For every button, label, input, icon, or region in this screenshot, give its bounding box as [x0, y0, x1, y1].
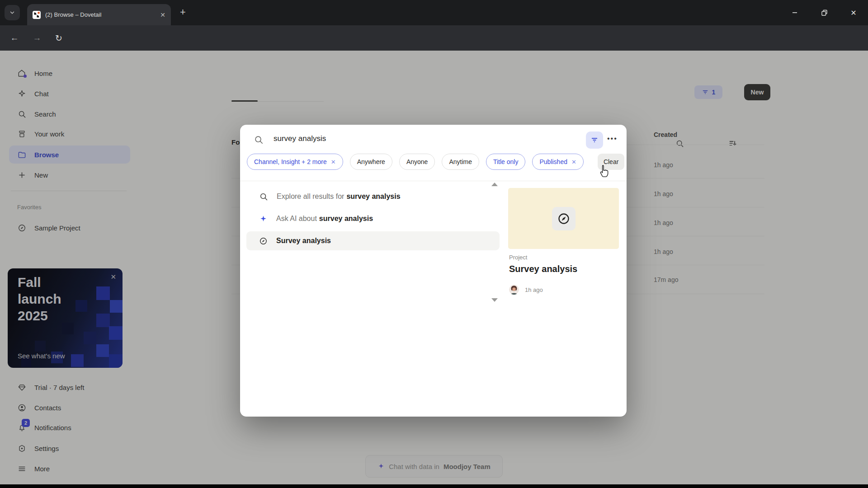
new-tab-button[interactable]: +: [180, 6, 186, 18]
filter-chip-row: Channel, Insight + 2 more✕ Anywhere Anyo…: [247, 154, 624, 170]
filter-icon: [590, 136, 599, 144]
remove-chip-icon[interactable]: ✕: [331, 159, 336, 165]
preview-meta-row: 1h ago: [509, 285, 543, 295]
chip-anytime[interactable]: Anytime: [442, 154, 479, 170]
mouse-cursor: [598, 164, 611, 179]
search-icon: [259, 192, 268, 201]
window-minimize-button[interactable]: [781, 0, 809, 25]
preview-title: Survey analysis: [509, 264, 577, 274]
modal-divider: [240, 181, 627, 181]
chip-published[interactable]: Published✕: [532, 154, 583, 170]
minimize-icon: [792, 9, 798, 16]
chip-anywhere[interactable]: Anywhere: [350, 154, 392, 170]
avatar: [509, 285, 519, 295]
screen: (2) Browse – Dovetail ✕ + ✕ ← → ↻ moodjo…: [0, 0, 868, 488]
compass-icon: [259, 237, 268, 245]
search-icon: [254, 135, 264, 145]
chip-anyone[interactable]: Anyone: [399, 154, 435, 170]
modal-filter-button[interactable]: [586, 131, 603, 149]
search-input[interactable]: survey analysis: [274, 134, 326, 143]
browser-tab[interactable]: (2) Browse – Dovetail ✕: [27, 4, 171, 25]
chip-title-only[interactable]: Title only: [486, 154, 526, 170]
search-modal: survey analysis ••• Channel, Insight + 2…: [240, 125, 627, 417]
back-button[interactable]: ←: [8, 32, 21, 44]
browser-toolbar: ← → ↻ moodjoy-team-2h2v.dovetail.com/bro…: [0, 25, 868, 51]
preview-icon-box: [552, 207, 576, 230]
forward-button[interactable]: →: [31, 32, 43, 44]
preview-kind-label: Project: [509, 254, 527, 261]
browser-titlebar: (2) Browse – Dovetail ✕ + ✕: [0, 0, 868, 25]
compass-icon: [557, 212, 570, 225]
modal-more-button[interactable]: •••: [607, 135, 618, 143]
tab-search-button[interactable]: [5, 5, 20, 20]
window-close-button[interactable]: ✕: [840, 0, 868, 25]
screen-bottom-edge: [0, 484, 868, 488]
remove-chip-icon[interactable]: ✕: [571, 159, 576, 165]
tab-close-icon[interactable]: ✕: [160, 11, 165, 19]
reload-button[interactable]: ↻: [52, 32, 65, 44]
chip-channel-insight[interactable]: Channel, Insight + 2 more✕: [247, 154, 343, 170]
preview-time: 1h ago: [525, 286, 543, 293]
restore-icon: [821, 9, 828, 16]
scroll-down-icon[interactable]: [491, 298, 498, 302]
scroll-up-icon[interactable]: [491, 183, 498, 186]
window-restore-button[interactable]: [810, 0, 838, 25]
preview-thumbnail[interactable]: [508, 188, 619, 249]
suggestion-explore-all[interactable]: Explore all results forsurvey analysis: [246, 187, 500, 206]
chevron-down-icon: [9, 9, 15, 16]
dovetail-favicon: [33, 11, 41, 19]
suggestion-survey-analysis[interactable]: Survey analysis: [246, 231, 500, 250]
sparkle-icon: [259, 215, 268, 223]
tab-title: (2) Browse – Dovetail: [45, 11, 156, 18]
suggestion-ask-ai[interactable]: Ask AI aboutsurvey analysis: [246, 209, 500, 228]
